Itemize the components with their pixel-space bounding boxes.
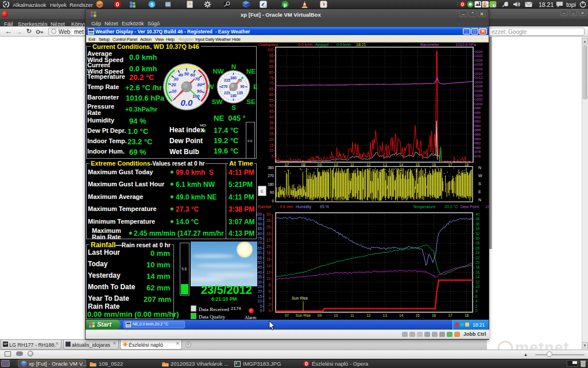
- svg-text:90: 90: [197, 89, 202, 94]
- svg-text:S: S: [150, 2, 153, 7]
- svg-text:100: 100: [192, 94, 200, 99]
- svg-text:S: S: [231, 104, 236, 111]
- svg-text:80: 80: [198, 82, 203, 87]
- svg-text:180: 180: [230, 94, 237, 98]
- svg-text:SE: SE: [246, 98, 256, 105]
- svg-text:50: 50: [184, 71, 189, 76]
- svg-text:W: W: [208, 83, 214, 90]
- svg-text:270: 270: [222, 85, 228, 89]
- svg-text:NW: NW: [212, 68, 223, 75]
- svg-text:SW: SW: [212, 98, 223, 105]
- svg-text:70: 70: [195, 76, 200, 82]
- svg-text:90: 90: [240, 85, 245, 89]
- svg-text:10: 10: [172, 89, 177, 94]
- svg-text:20: 20: [171, 82, 176, 87]
- svg-text:E: E: [253, 83, 258, 90]
- svg-text:N: N: [231, 63, 236, 70]
- svg-text:360: 360: [230, 76, 237, 80]
- svg-text:0.0: 0.0: [181, 98, 194, 108]
- svg-text:135: 135: [237, 91, 243, 95]
- svg-text:?: ?: [188, 2, 191, 7]
- svg-text:NE: NE: [246, 68, 256, 75]
- svg-text:315: 315: [224, 78, 230, 82]
- svg-text:µ: µ: [284, 2, 287, 7]
- svg-text:40: 40: [177, 72, 183, 78]
